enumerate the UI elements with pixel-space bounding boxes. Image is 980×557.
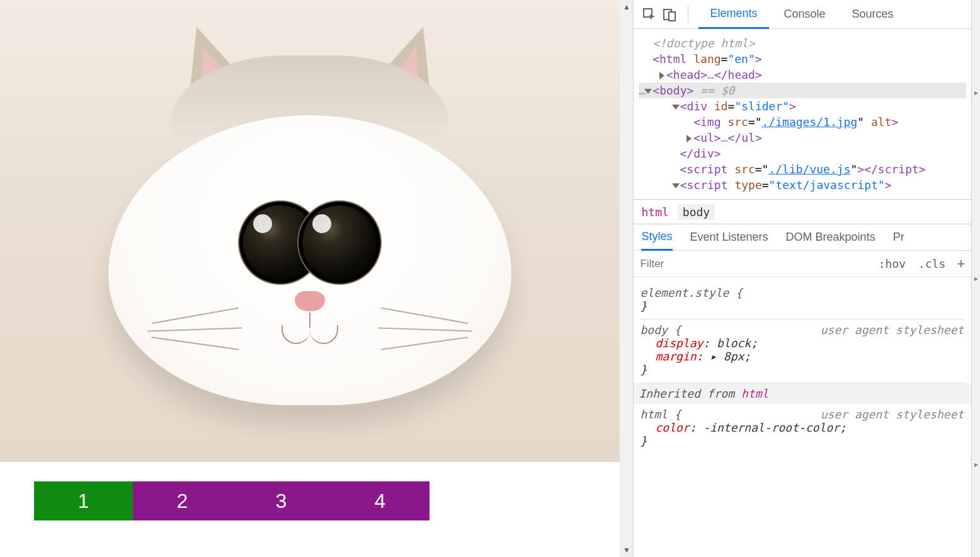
scroll-down-icon[interactable]: ▼: [620, 543, 634, 557]
svg-rect-2: [669, 12, 675, 21]
tab-properties[interactable]: Pr: [893, 224, 904, 251]
tab-styles[interactable]: Styles: [641, 224, 672, 251]
styles-toolbar: :hov .cls +: [634, 251, 971, 277]
dom-tree[interactable]: <!doctype html> <html lang="en"> <head>……: [634, 29, 971, 199]
dom-doctype[interactable]: <!doctype html>: [639, 35, 966, 51]
devtools-panel: Elements Console Sources <!doctype html>…: [633, 0, 971, 557]
pager-item-2[interactable]: 2: [133, 481, 232, 520]
crumb-html[interactable]: html: [641, 205, 668, 219]
rule-source-ua: user agent stylesheet: [821, 323, 964, 336]
styles-rules[interactable]: element.style { } user agent stylesheet …: [634, 277, 971, 459]
crumb-body[interactable]: body: [678, 204, 715, 220]
scroll-up-icon[interactable]: ▲: [620, 0, 634, 14]
dom-head[interactable]: <head>…</head>: [639, 67, 966, 83]
pager-item-4[interactable]: 4: [331, 481, 430, 520]
device-toggle-icon[interactable]: [661, 6, 678, 23]
rule-element-style[interactable]: element.style { }: [640, 282, 965, 319]
page-content: 1 2 3 4: [0, 0, 620, 557]
dom-breadcrumb: html body: [634, 199, 971, 224]
dom-body[interactable]: …<body> == $0: [639, 83, 966, 98]
dom-div-slider[interactable]: <div id="slider">: [639, 98, 966, 114]
devtools-toolbar: Elements Console Sources: [634, 0, 971, 29]
rule-body[interactable]: user agent stylesheet body { display: bl…: [640, 319, 965, 383]
page-scrollbar[interactable]: ▲ ▼: [620, 0, 633, 557]
inherited-from-bar: Inherited from html: [634, 383, 971, 404]
scroll-marker: ▸: [974, 274, 978, 283]
rule-source-ua: user agent stylesheet: [821, 408, 964, 421]
slider-image: [0, 0, 620, 462]
pager-item-3[interactable]: 3: [232, 481, 331, 520]
slider-pager: 1 2 3 4: [34, 481, 430, 520]
dom-ul[interactable]: <ul>…</ul>: [639, 130, 966, 146]
styles-tabbar: Styles Event Listeners DOM Breakpoints P…: [634, 224, 971, 251]
inspect-element-icon[interactable]: [641, 6, 658, 23]
scroll-marker: ▸: [974, 460, 978, 469]
dom-img[interactable]: <img src="./images/1.jpg" alt>: [639, 114, 966, 130]
cls-toggle[interactable]: .cls: [918, 257, 945, 270]
tab-console[interactable]: Console: [773, 0, 837, 29]
tab-dom-breakpoints[interactable]: DOM Breakpoints: [786, 224, 875, 251]
scroll-marker: ▸: [974, 88, 978, 97]
dom-script-inline[interactable]: <script type="text/javascript">: [639, 177, 966, 193]
hov-toggle[interactable]: :hov: [879, 257, 906, 270]
dom-html[interactable]: <html lang="en">: [639, 51, 966, 67]
devtools-scrollbar[interactable]: ▸ ▸ ▸: [971, 0, 980, 557]
new-rule-button[interactable]: +: [957, 256, 965, 272]
dom-script-vue[interactable]: <script src="./lib/vue.js"></script>: [639, 161, 966, 177]
dom-div-close[interactable]: </div>: [639, 146, 966, 161]
styles-filter-input[interactable]: [640, 258, 872, 270]
tab-event-listeners[interactable]: Event Listeners: [690, 224, 768, 251]
tab-sources[interactable]: Sources: [841, 0, 905, 29]
tab-elements[interactable]: Elements: [698, 0, 768, 29]
pager-item-1[interactable]: 1: [34, 481, 133, 520]
rule-html[interactable]: user agent stylesheet html { color: -int…: [640, 404, 965, 454]
